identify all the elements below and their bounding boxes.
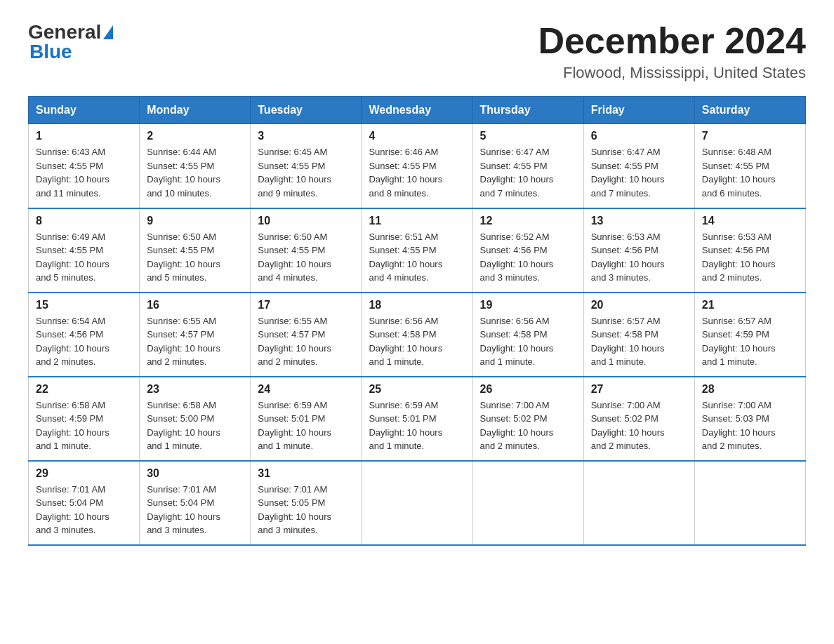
day-number: 16 — [147, 299, 243, 311]
day-info: Sunrise: 6:57 AMSunset: 4:58 PMDaylight:… — [591, 314, 687, 369]
day-number: 18 — [369, 299, 465, 311]
calendar-cell: 7 Sunrise: 6:48 AMSunset: 4:55 PMDayligh… — [694, 124, 805, 208]
day-info: Sunrise: 6:54 AMSunset: 4:56 PMDaylight:… — [36, 314, 132, 369]
day-number: 23 — [147, 383, 243, 396]
calendar-cell: 29 Sunrise: 7:01 AMSunset: 5:04 PMDaylig… — [29, 461, 140, 545]
day-info: Sunrise: 6:47 AMSunset: 4:55 PMDaylight:… — [480, 145, 576, 200]
day-info: Sunrise: 6:59 AMSunset: 5:01 PMDaylight:… — [369, 398, 465, 453]
day-info: Sunrise: 7:00 AMSunset: 5:02 PMDaylight:… — [480, 398, 576, 453]
day-number: 15 — [36, 299, 132, 311]
day-number: 31 — [258, 467, 354, 480]
day-number: 25 — [369, 383, 465, 396]
week-row-2: 8 Sunrise: 6:49 AMSunset: 4:55 PMDayligh… — [29, 208, 806, 293]
day-info: Sunrise: 6:46 AMSunset: 4:55 PMDaylight:… — [369, 145, 465, 200]
calendar-cell — [583, 461, 694, 545]
calendar-cell: 22 Sunrise: 6:58 AMSunset: 4:59 PMDaylig… — [29, 377, 140, 461]
calendar-cell: 11 Sunrise: 6:51 AMSunset: 4:55 PMDaylig… — [362, 208, 472, 293]
day-info: Sunrise: 7:01 AMSunset: 5:04 PMDaylight:… — [147, 483, 243, 537]
day-number: 19 — [480, 299, 576, 311]
calendar-cell: 21 Sunrise: 6:57 AMSunset: 4:59 PMDaylig… — [694, 293, 805, 377]
calendar-cell: 4 Sunrise: 6:46 AMSunset: 4:55 PMDayligh… — [362, 124, 472, 208]
calendar-cell: 26 Sunrise: 7:00 AMSunset: 5:02 PMDaylig… — [472, 377, 583, 461]
day-number: 22 — [36, 383, 132, 396]
calendar-cell: 20 Sunrise: 6:57 AMSunset: 4:58 PMDaylig… — [583, 293, 694, 377]
calendar-cell: 13 Sunrise: 6:53 AMSunset: 4:56 PMDaylig… — [583, 208, 694, 293]
logo: General Blue — [28, 21, 113, 63]
day-info: Sunrise: 6:49 AMSunset: 4:55 PMDaylight:… — [36, 230, 132, 285]
calendar-cell: 24 Sunrise: 6:59 AMSunset: 5:01 PMDaylig… — [251, 377, 362, 461]
calendar-cell: 23 Sunrise: 6:58 AMSunset: 5:00 PMDaylig… — [140, 377, 251, 461]
calendar-cell: 28 Sunrise: 7:00 AMSunset: 5:03 PMDaylig… — [694, 377, 805, 461]
calendar-cell: 19 Sunrise: 6:56 AMSunset: 4:58 PMDaylig… — [472, 293, 583, 377]
day-info: Sunrise: 6:58 AMSunset: 4:59 PMDaylight:… — [36, 398, 132, 453]
day-info: Sunrise: 6:55 AMSunset: 4:57 PMDaylight:… — [147, 314, 243, 369]
day-number: 6 — [591, 130, 687, 142]
weekday-header-thursday: Thursday — [472, 97, 583, 124]
day-info: Sunrise: 6:58 AMSunset: 5:00 PMDaylight:… — [147, 398, 243, 453]
day-info: Sunrise: 6:47 AMSunset: 4:55 PMDaylight:… — [591, 145, 687, 200]
title-area: December 2024 Flowood, Mississippi, Unit… — [538, 21, 806, 82]
day-info: Sunrise: 6:52 AMSunset: 4:56 PMDaylight:… — [480, 230, 576, 285]
week-row-3: 15 Sunrise: 6:54 AMSunset: 4:56 PMDaylig… — [29, 293, 806, 377]
weekday-header-saturday: Saturday — [694, 97, 805, 124]
calendar-cell — [472, 461, 583, 545]
day-info: Sunrise: 6:51 AMSunset: 4:55 PMDaylight:… — [369, 230, 465, 285]
day-info: Sunrise: 6:56 AMSunset: 4:58 PMDaylight:… — [480, 314, 576, 369]
weekday-header-tuesday: Tuesday — [251, 97, 362, 124]
day-number: 11 — [369, 215, 465, 227]
calendar-cell: 16 Sunrise: 6:55 AMSunset: 4:57 PMDaylig… — [140, 293, 251, 377]
subtitle: Flowood, Mississippi, United States — [538, 64, 806, 82]
day-info: Sunrise: 6:57 AMSunset: 4:59 PMDaylight:… — [702, 314, 798, 369]
day-number: 24 — [258, 383, 354, 396]
day-number: 7 — [702, 130, 798, 142]
calendar-cell: 30 Sunrise: 7:01 AMSunset: 5:04 PMDaylig… — [140, 461, 251, 545]
calendar-cell: 10 Sunrise: 6:50 AMSunset: 4:55 PMDaylig… — [251, 208, 362, 293]
day-number: 1 — [36, 130, 132, 142]
day-number: 12 — [480, 215, 576, 227]
day-number: 3 — [258, 130, 354, 142]
week-row-1: 1 Sunrise: 6:43 AMSunset: 4:55 PMDayligh… — [29, 124, 806, 208]
calendar-cell: 3 Sunrise: 6:45 AMSunset: 4:55 PMDayligh… — [251, 124, 362, 208]
week-row-5: 29 Sunrise: 7:01 AMSunset: 5:04 PMDaylig… — [29, 461, 806, 545]
calendar-cell — [362, 461, 472, 545]
logo-arrow-icon — [103, 25, 113, 39]
page-header: General Blue December 2024 Flowood, Miss… — [28, 21, 806, 82]
calendar-cell: 25 Sunrise: 6:59 AMSunset: 5:01 PMDaylig… — [362, 377, 472, 461]
calendar-cell: 5 Sunrise: 6:47 AMSunset: 4:55 PMDayligh… — [472, 124, 583, 208]
day-number: 9 — [147, 215, 243, 227]
day-info: Sunrise: 6:55 AMSunset: 4:57 PMDaylight:… — [258, 314, 354, 369]
calendar-cell: 9 Sunrise: 6:50 AMSunset: 4:55 PMDayligh… — [140, 208, 251, 293]
calendar-cell: 6 Sunrise: 6:47 AMSunset: 4:55 PMDayligh… — [583, 124, 694, 208]
day-number: 4 — [369, 130, 465, 142]
day-info: Sunrise: 6:59 AMSunset: 5:01 PMDaylight:… — [258, 398, 354, 453]
day-info: Sunrise: 7:01 AMSunset: 5:04 PMDaylight:… — [36, 483, 132, 537]
day-info: Sunrise: 6:56 AMSunset: 4:58 PMDaylight:… — [369, 314, 465, 369]
calendar-cell: 27 Sunrise: 7:00 AMSunset: 5:02 PMDaylig… — [583, 377, 694, 461]
day-number: 26 — [480, 383, 576, 396]
weekday-header-friday: Friday — [583, 97, 694, 124]
calendar-cell: 15 Sunrise: 6:54 AMSunset: 4:56 PMDaylig… — [29, 293, 140, 377]
day-info: Sunrise: 6:53 AMSunset: 4:56 PMDaylight:… — [591, 230, 687, 285]
day-number: 17 — [258, 299, 354, 311]
calendar-cell: 14 Sunrise: 6:53 AMSunset: 4:56 PMDaylig… — [694, 208, 805, 293]
calendar-cell: 1 Sunrise: 6:43 AMSunset: 4:55 PMDayligh… — [29, 124, 140, 208]
calendar-cell: 8 Sunrise: 6:49 AMSunset: 4:55 PMDayligh… — [29, 208, 140, 293]
calendar-cell: 31 Sunrise: 7:01 AMSunset: 5:05 PMDaylig… — [251, 461, 362, 545]
day-info: Sunrise: 7:00 AMSunset: 5:03 PMDaylight:… — [702, 398, 798, 453]
day-number: 13 — [591, 215, 687, 227]
calendar-cell — [694, 461, 805, 545]
day-info: Sunrise: 6:50 AMSunset: 4:55 PMDaylight:… — [258, 230, 354, 285]
weekday-header-monday: Monday — [140, 97, 251, 124]
day-number: 14 — [702, 215, 798, 227]
calendar-cell: 12 Sunrise: 6:52 AMSunset: 4:56 PMDaylig… — [472, 208, 583, 293]
day-info: Sunrise: 7:00 AMSunset: 5:02 PMDaylight:… — [591, 398, 687, 453]
weekday-header-sunday: Sunday — [29, 97, 140, 124]
day-info: Sunrise: 6:53 AMSunset: 4:56 PMDaylight:… — [702, 230, 798, 285]
day-number: 29 — [36, 467, 132, 480]
day-number: 30 — [147, 467, 243, 480]
day-info: Sunrise: 7:01 AMSunset: 5:05 PMDaylight:… — [258, 483, 354, 537]
day-number: 28 — [702, 383, 798, 396]
day-number: 10 — [258, 215, 354, 227]
week-row-4: 22 Sunrise: 6:58 AMSunset: 4:59 PMDaylig… — [29, 377, 806, 461]
calendar-table: SundayMondayTuesdayWednesdayThursdayFrid… — [28, 96, 806, 546]
